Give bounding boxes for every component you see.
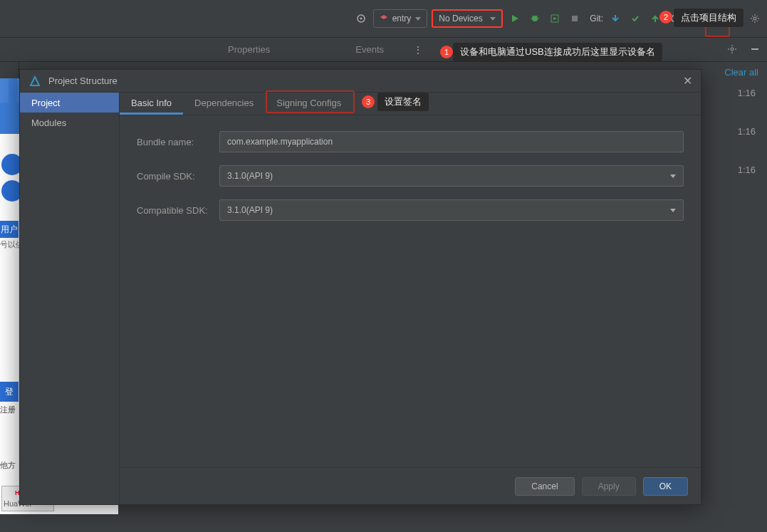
annotation-dot-1: 1 (440, 46, 453, 58)
compile-sdk-label: Compile SDK: (137, 171, 219, 182)
timestamp: 1:16 (738, 122, 756, 140)
app-icon (28, 75, 41, 88)
gear-icon[interactable] (747, 11, 763, 26)
stop-icon[interactable] (567, 11, 583, 26)
cancel-button[interactable]: Cancel (515, 477, 574, 496)
project-structure-dialog: Project Structure ✕ Project Modules Basi… (19, 69, 701, 505)
module-selector[interactable]: entry (373, 9, 428, 28)
close-icon[interactable]: ✕ (683, 74, 692, 88)
tab-basic-info[interactable]: Basic Info (120, 93, 183, 115)
coverage-icon[interactable] (547, 11, 563, 26)
svg-point-1 (360, 18, 362, 20)
chevron-down-icon (670, 174, 676, 178)
panel-hide-icon[interactable] (747, 41, 763, 57)
preview-login: 登 (0, 382, 19, 402)
compatible-sdk-label: Compatible SDK: (137, 205, 219, 216)
sidebar-item-modules[interactable]: Modules (20, 113, 119, 132)
chevron-down-icon (415, 17, 421, 21)
timestamp: 1:16 (738, 161, 756, 178)
dialog-sidebar: Project Modules (20, 93, 120, 504)
highlight-signing-configs (266, 90, 355, 113)
annotation-dot-2: 2 (659, 11, 672, 24)
apply-button[interactable]: Apply (582, 477, 636, 496)
svg-rect-11 (572, 16, 578, 21)
git-label: Git: (590, 14, 603, 24)
module-label: entry (392, 14, 412, 24)
annotation-dot-3: 3 (362, 95, 375, 108)
device-label: No Devices (439, 14, 482, 24)
bundle-name-label: Bundle name: (137, 137, 219, 147)
run-icon[interactable] (507, 11, 523, 26)
svg-point-19 (753, 17, 756, 20)
chevron-down-icon (490, 17, 496, 21)
compile-sdk-select[interactable]: 3.1.0(API 9) (219, 165, 684, 187)
git-commit-icon[interactable] (627, 11, 643, 26)
git-pull-icon[interactable] (607, 11, 623, 26)
dialog-title: Project Structure (48, 75, 118, 86)
preview-note2: 他方 (0, 460, 16, 471)
svg-marker-3 (512, 15, 518, 22)
ok-button[interactable]: OK (643, 477, 688, 496)
svg-rect-21 (751, 48, 758, 50)
vdots-icon[interactable]: ⋮ (413, 44, 422, 56)
svg-line-8 (536, 16, 538, 17)
module-icon (380, 14, 388, 23)
tab-dependencies[interactable]: Dependencies (183, 93, 265, 115)
svg-point-20 (731, 48, 734, 51)
properties-tab[interactable]: Properties (228, 44, 270, 55)
annotation-1: 设备和电脑通过USB连接成功后这里显示设备名 (453, 43, 662, 61)
timestamp: 1:16 (738, 84, 756, 101)
compatible-sdk-select[interactable]: 3.1.0(API 9) (219, 199, 684, 221)
svg-marker-10 (553, 17, 557, 20)
preview-badge: 用户 (0, 221, 19, 238)
bundle-name-input[interactable]: com.example.myapplication (219, 131, 684, 152)
annotation-2: 点击项目结构 (674, 9, 743, 27)
preview-note1: 注册 (0, 405, 16, 415)
clear-all-link[interactable]: Clear all (724, 67, 758, 78)
panel-gear-icon[interactable] (724, 41, 740, 57)
sidebar-item-project[interactable]: Project (20, 93, 119, 113)
device-selector[interactable]: No Devices (432, 9, 503, 28)
events-tab[interactable]: Events (355, 44, 384, 55)
timestamp-list: 1:16 1:16 1:16 (738, 84, 756, 178)
annotation-3: 设置签名 (377, 93, 429, 111)
debug-icon[interactable] (527, 11, 543, 26)
svg-marker-2 (380, 15, 387, 19)
target-icon[interactable] (353, 11, 369, 26)
svg-line-7 (532, 16, 533, 17)
chevron-down-icon (670, 209, 676, 212)
